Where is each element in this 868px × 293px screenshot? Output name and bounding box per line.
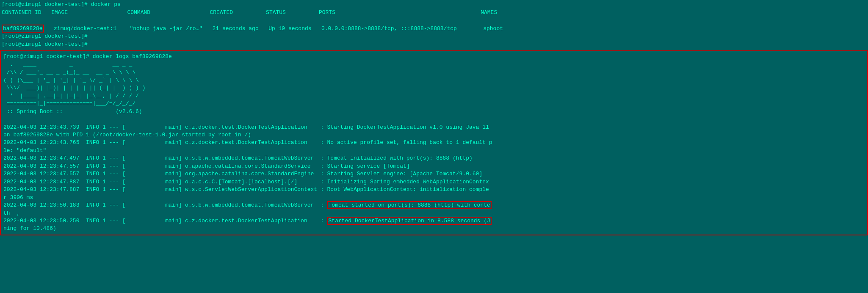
started-app-highlight: Started DockerTestApplication in 8.588 s… bbox=[327, 217, 492, 225]
prompt-docker-logs: [root@zimug1 docker-test]# docker logs b… bbox=[3, 53, 865, 61]
container-id: baf89269828e bbox=[2, 25, 44, 33]
log-line-10: r 3906 ms bbox=[3, 194, 865, 202]
created-time: 21 seconds ago bbox=[213, 25, 259, 32]
log-line-14: ning for 10.486) bbox=[3, 225, 865, 232]
log-line-8: 2022-04-03 12:23:47.887 INFO 1 --- [ mai… bbox=[3, 178, 865, 186]
spring-art-line2: /\\ / ___'_ __ _ _(_)_ __ __ _ \ \ \ \ bbox=[3, 69, 865, 76]
log-line-2: on baf89269828e with PID 1 (/root/docker… bbox=[3, 131, 865, 139]
docker-logs-section: [root@zimug1 docker-test]# docker logs b… bbox=[0, 50, 868, 235]
tomcat-started-highlight: Tomcat started on port(s): 8888 (http) w… bbox=[327, 201, 492, 209]
spring-ascii-art: . ____ _ __ _ _ /\\ / ___'_ __ _ _(_)_ _… bbox=[3, 61, 865, 108]
prompt-empty2: [root@zimug1 docker-test]# bbox=[2, 41, 866, 49]
log-line-4: le: "default" bbox=[3, 147, 865, 155]
log-blank bbox=[3, 116, 865, 123]
log-line-9: 2022-04-03 12:23:47.887 INFO 1 --- [ mai… bbox=[3, 186, 865, 193]
log-line-13: 2022-04-03 12:23:50.250 INFO 1 --- [ mai… bbox=[3, 217, 865, 225]
log-line-1: 2022-04-03 12:23:43.739 INFO 1 --- [ mai… bbox=[3, 124, 865, 131]
docker-ps-section: [root@zimug1 docker-test]# docker ps CON… bbox=[0, 0, 868, 50]
log-line-3: 2022-04-03 12:23:43.765 INFO 1 --- [ mai… bbox=[3, 139, 865, 146]
log-line-6: 2022-04-03 12:23:47.557 INFO 1 --- [ mai… bbox=[3, 163, 865, 170]
ps-header: CONTAINER ID IMAGE COMMAND CREATED STATU… bbox=[2, 9, 866, 17]
spring-art-line3: ( ( )\___ | '_ | '_| | '_ \/ _` | \ \ \ … bbox=[3, 77, 865, 84]
spring-art-line5: ' |____| .__|_| |_|_| |_\__, | / / / / bbox=[3, 92, 865, 100]
log-line-5: 2022-04-03 12:23:47.497 INFO 1 --- [ mai… bbox=[3, 155, 865, 162]
ps-row: baf89269828e zimug/docker-test:1 "nohup … bbox=[2, 17, 866, 33]
prompt-docker-ps: [root@zimug1 docker-test]# docker ps bbox=[2, 1, 866, 9]
spring-art-line6: =========|_|==============|___/=/_/_/_/ bbox=[3, 100, 865, 108]
spring-art-line1: . ____ _ __ _ _ bbox=[3, 61, 865, 69]
log-line-12: th , bbox=[3, 210, 865, 217]
spring-art-line4: \\\/ ___)| |_)| | | | | || (_| | ) ) ) ) bbox=[3, 84, 865, 92]
status-time: Up 19 seconds bbox=[268, 25, 311, 32]
log-line-11: 2022-04-03 12:23:50.183 INFO 1 --- [ mai… bbox=[3, 202, 865, 209]
spring-label: :: Spring Boot :: (v2.6.6) bbox=[3, 108, 865, 116]
terminal: [root@zimug1 docker-test]# docker ps CON… bbox=[0, 0, 868, 293]
prompt-empty1: [root@zimug1 docker-test]# bbox=[2, 33, 866, 41]
log-line-7: 2022-04-03 12:23:47.557 INFO 1 --- [ mai… bbox=[3, 170, 865, 178]
